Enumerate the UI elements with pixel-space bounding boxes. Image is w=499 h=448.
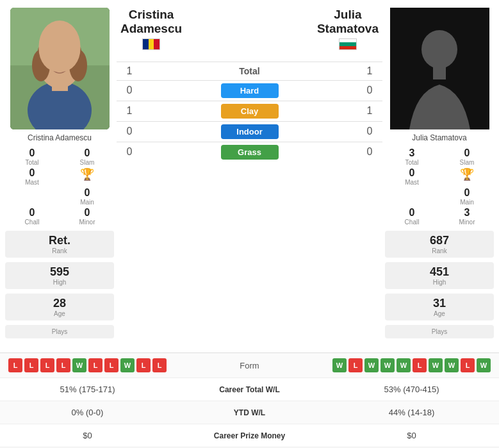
right-name-line1: Julia	[317, 8, 379, 22]
indoor-row: 0 Indoor 0	[117, 121, 382, 142]
right-high-label: High	[390, 279, 489, 286]
clay-badge: Clay	[221, 104, 279, 119]
right-name-line2: Stamatova	[317, 22, 379, 36]
total-score-left: 1	[117, 65, 142, 77]
right-age-label: Age	[390, 310, 489, 317]
right-trophy-icon-cell: 🏆	[440, 167, 494, 186]
right-rank-panel: 687 Rank	[385, 231, 494, 258]
left-mast-cell: 0 Mast	[5, 167, 59, 186]
right-total-label: Total	[405, 159, 418, 166]
left-main-value: 0	[85, 187, 90, 199]
left-high-value: 595	[10, 265, 109, 279]
right-mast-cell: 0 Mast	[385, 167, 439, 186]
form-badge-l: L	[348, 358, 363, 372]
right-high-panel: 451 High	[385, 262, 494, 289]
form-row: LLLLWLLWLL Form WLWWWLWWLW	[0, 353, 499, 378]
left-rank-panel: Ret. Rank	[5, 231, 114, 258]
left-minor-value: 0	[85, 207, 90, 219]
form-badge-w: W	[445, 358, 459, 372]
right-minor-value: 3	[464, 207, 470, 219]
clay-score-left: 1	[117, 105, 142, 117]
right-rank-panels: 687 Rank 451 High 31 Age Plays	[385, 231, 494, 341]
stat-left-2: $0	[6, 431, 168, 440]
right-main-label: Main	[460, 199, 474, 206]
grass-score-right: 0	[357, 146, 382, 158]
indoor-score-right: 0	[357, 126, 382, 137]
stat-label-2: Career Prize Money	[168, 431, 331, 440]
right-plays-label: Plays	[390, 328, 489, 335]
form-badge-w: W	[120, 358, 135, 372]
right-chall-label: Chall	[405, 219, 420, 226]
right-player-col: Julia Stamatova 3 Total 0 Slam 0 Mast 🏆	[385, 8, 494, 226]
svg-point-7	[69, 49, 87, 81]
left-rank-sublabel: Rank	[10, 247, 109, 254]
clay-score-right: 1	[357, 105, 382, 117]
right-player-photo	[390, 8, 489, 129]
grass-score-left: 0	[117, 146, 142, 158]
svg-point-11	[421, 30, 457, 69]
form-badge-w: W	[429, 358, 443, 372]
clay-row: 1 Clay 1	[117, 101, 382, 121]
form-badge-l: L	[413, 358, 427, 372]
right-slam-value: 0	[464, 147, 470, 159]
form-badge-l: L	[104, 358, 119, 372]
left-minor-cell: 0 Minor	[60, 207, 114, 226]
right-slam-cell: 0 Slam	[440, 147, 494, 166]
left-chall-label: Chall	[25, 219, 40, 226]
stat-right-2: $0	[331, 431, 493, 440]
stat-rows-container: 51% (175-171)Career Total W/L53% (470-41…	[0, 378, 499, 448]
left-heading-name: Cristina Adamescu	[120, 8, 182, 36]
right-age-panel: 31 Age	[385, 294, 494, 320]
right-name-header: Julia Stamatova	[317, 8, 379, 50]
stat-left-1: 0% (0-0)	[6, 408, 168, 417]
left-minor-label: Minor	[79, 219, 95, 226]
left-name-header: Cristina Adamescu	[120, 8, 182, 50]
left-slam-label: Slam	[80, 159, 95, 166]
bottom-section: LLLLWLLWLL Form WLWWWLWWLW 51% (175-171)…	[0, 353, 499, 448]
svg-point-4	[39, 42, 80, 88]
right-stats-grid: 3 Total 0 Slam 0 Mast 🏆 0 Main	[385, 147, 494, 226]
form-badge-w: W	[72, 358, 86, 372]
stat-right-0: 53% (470-415)	[331, 385, 493, 394]
svg-point-8	[51, 62, 56, 66]
rank-panels-row: Ret. Rank 595 High 28 Age Plays 687 Rank	[0, 231, 499, 346]
right-total-cell: 3 Total	[385, 147, 439, 166]
stat-row-0: 51% (175-171)Career Total W/L53% (470-41…	[0, 378, 499, 401]
right-heading-name: Julia Stamatova	[317, 8, 379, 36]
left-main-label: Main	[80, 199, 94, 206]
left-trophy-icon-cell: 🏆	[60, 167, 114, 186]
left-rank-panels: Ret. Rank 595 High 28 Age Plays	[5, 231, 114, 341]
right-plays-panel: Plays	[385, 325, 494, 338]
right-mast-label: Mast	[405, 179, 419, 186]
left-high-label: High	[10, 279, 109, 286]
left-chall-cell: 0 Chall	[5, 207, 59, 226]
form-badge-l: L	[8, 358, 22, 372]
right-mast-value: 0	[409, 167, 415, 179]
left-high-panel: 595 High	[5, 262, 114, 289]
right-age-value: 31	[390, 297, 489, 310]
left-form-badges: LLLLWLLWLL	[6, 358, 168, 372]
stat-row-2: $0Career Prize Money$0	[0, 424, 499, 447]
svg-point-5	[38, 37, 81, 65]
grass-row: 0 Grass 0	[117, 142, 382, 162]
left-plays-label: Plays	[10, 328, 109, 335]
left-name-line1: Cristina	[120, 8, 182, 22]
left-name-line2: Adamescu	[120, 22, 182, 36]
left-mast-label: Mast	[25, 179, 39, 186]
left-total-cell: 0 Total	[5, 147, 59, 166]
form-badge-l: L	[40, 358, 54, 372]
top-layout: Cristina Adamescu 0 Total 0 Slam 0 Mast …	[0, 0, 499, 231]
stat-right-1: 44% (14-18)	[331, 408, 493, 417]
left-stats-grid: 0 Total 0 Slam 0 Mast 🏆 0 Main	[5, 147, 114, 226]
total-label: Total	[239, 66, 259, 76]
indoor-badge: Indoor	[221, 124, 279, 139]
grass-badge: Grass	[221, 145, 279, 160]
form-badge-l: L	[152, 358, 167, 372]
hard-row: 0 Hard 0	[117, 80, 382, 101]
left-rank-value: Ret.	[10, 234, 109, 247]
right-trophy-icon: 🏆	[460, 167, 474, 181]
center-col: Cristina Adamescu Julia Stamatova 1	[117, 8, 382, 162]
left-plays-panel: Plays	[5, 325, 114, 338]
stat-row-1: 0% (0-0)YTD W/L44% (14-18)	[0, 401, 499, 424]
right-rank-value: 687	[390, 234, 489, 247]
